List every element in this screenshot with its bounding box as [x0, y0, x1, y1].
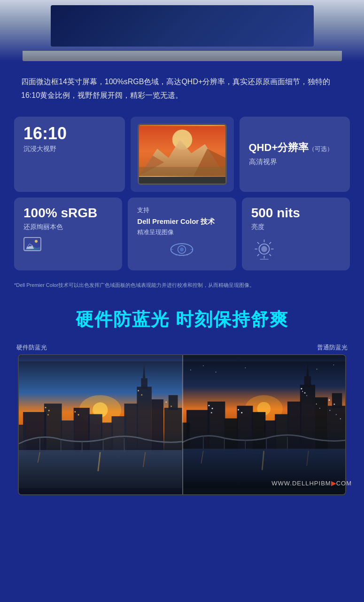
description-text: 四面微边框14英寸屏幕，100%sRGB色域，高达QHD+分辨率，真实还原原画面…: [21, 75, 343, 103]
svg-rect-110: [340, 419, 341, 420]
svg-line-21: [257, 242, 259, 244]
svg-rect-102: [328, 399, 330, 401]
svg-point-70: [333, 364, 334, 365]
svg-rect-57: [78, 414, 79, 416]
svg-rect-56: [75, 411, 76, 412]
svg-rect-109: [335, 414, 336, 415]
svg-rect-103: [333, 404, 335, 405]
dell-color-card: 支持 Dell Premier Color 技术 精准呈现图像: [128, 198, 236, 270]
svg-rect-84: [186, 410, 209, 452]
svg-rect-78: [275, 414, 289, 452]
svg-rect-60: [165, 402, 167, 403]
city-comparison-wrapper: WWW.DELLHPIBM▶COM: [8, 354, 356, 495]
bottom-row: 100% sRGB 还原绚丽本色 支持 Dell Premier Color 技…: [14, 198, 350, 270]
dell-color-title: Dell Premier Color 技术: [137, 216, 226, 226]
svg-rect-97: [210, 412, 212, 413]
svg-rect-99: [241, 412, 242, 413]
svg-point-16: [261, 246, 267, 252]
feature-cards: 16:10 沉浸大视野: [0, 112, 364, 277]
svg-rect-54: [48, 410, 50, 412]
svg-rect-32: [152, 399, 163, 452]
svg-rect-83: [207, 402, 225, 452]
svg-rect-30: [141, 378, 147, 388]
svg-rect-39: [74, 408, 90, 452]
dell-color-subtitle: 精准呈现图像: [137, 228, 226, 237]
mountain-shape: [24, 244, 40, 250]
svg-rect-59: [141, 394, 142, 396]
dell-support-label: 支持: [137, 206, 226, 214]
svg-line-22: [269, 254, 271, 256]
laptop-screen-inner: [51, 5, 314, 47]
svg-rect-5: [139, 166, 225, 175]
svg-rect-80: [251, 412, 265, 452]
svg-rect-98: [238, 409, 239, 411]
laptop-screen-area: [51, 5, 314, 47]
keyboard-area: [23, 51, 342, 61]
footnote-text: *Dell Premier Color技术可以出色发挥广色域面板的色域表现能力并…: [14, 282, 255, 288]
qhd-subtitle: 高清视界: [249, 158, 277, 166]
city-right-svg: [182, 355, 346, 494]
svg-point-8: [180, 247, 184, 251]
svg-point-69: [316, 369, 317, 370]
ratio-card: 16:10 沉浸大视野: [14, 117, 125, 192]
top-row: 16:10 沉浸大视野: [14, 117, 350, 192]
laptop-image: [0, 0, 364, 61]
svg-rect-38: [88, 414, 102, 452]
svg-rect-42: [23, 412, 46, 452]
svg-point-66: [202, 365, 203, 366]
mountain-svg: [139, 125, 225, 177]
svg-line-23: [269, 242, 271, 244]
svg-rect-34: [169, 395, 178, 410]
nits-title: 500 nits: [251, 206, 341, 221]
eye-icon-wrapper: [137, 241, 226, 258]
qhd-optional: （可选）: [309, 145, 333, 152]
image-icon: [23, 237, 41, 251]
svg-rect-75: [327, 406, 345, 452]
watermark-suffix: COM: [336, 480, 352, 487]
svg-rect-77: [287, 402, 301, 452]
eye-icon: [170, 241, 194, 258]
svg-rect-33: [164, 408, 182, 452]
svg-rect-100: [301, 388, 302, 389]
bluelight-title: 硬件防蓝光 时刻保持舒爽: [9, 308, 355, 332]
svg-point-68: [245, 367, 246, 368]
nits-subtitle: 亮度: [251, 223, 341, 231]
hero-section: [0, 0, 364, 61]
screen-image-card: [131, 117, 234, 192]
srgb-subtitle: 还原绚丽本色: [23, 223, 113, 231]
bluelight-section: 硬件防蓝光 时刻保持舒爽: [0, 293, 364, 339]
laptop-thumbnail: [138, 124, 227, 185]
footnote: *Dell Premier Color技术可以出色发挥广色域面板的色域表现能力并…: [0, 277, 364, 294]
right-label: 普通防蓝光: [317, 343, 348, 352]
watermark: WWW.DELLHPIBM▶COM: [271, 480, 352, 487]
svg-point-65: [190, 370, 191, 371]
comparison-labels: 硬件防蓝光 普通防蓝光: [0, 339, 364, 354]
svg-rect-53: [45, 407, 46, 408]
svg-rect-104: [302, 391, 303, 392]
watermark-accent: ▶: [331, 480, 336, 487]
qhd-title: QHD+分辨率（可选）: [249, 142, 333, 154]
svg-line-24: [257, 254, 259, 256]
svg-rect-107: [319, 408, 320, 409]
nits-card: 500 nits 亮度: [242, 198, 350, 270]
ratio-subtitle: 沉浸大视野: [23, 145, 56, 153]
svg-rect-108: [329, 410, 330, 411]
laptop-body: [37, 0, 328, 52]
svg-rect-71: [300, 385, 315, 452]
qhd-card: QHD+分辨率（可选） 高清视界: [240, 117, 350, 192]
svg-rect-82: [224, 419, 238, 452]
svg-rect-61: [170, 406, 172, 407]
city-left-svg: [19, 355, 182, 494]
ratio-number: 16:10: [23, 125, 67, 142]
city-comparison: [18, 354, 346, 495]
svg-rect-58: [138, 390, 139, 391]
srgb-title: 100% sRGB: [23, 206, 113, 221]
city-right: [182, 355, 346, 494]
svg-point-67: [215, 372, 216, 372]
svg-rect-74: [315, 397, 328, 452]
brightness-svg: [251, 237, 277, 261]
svg-rect-95: [208, 405, 209, 406]
svg-rect-81: [237, 406, 253, 452]
svg-rect-105: [306, 395, 307, 396]
svg-rect-72: [304, 376, 310, 387]
